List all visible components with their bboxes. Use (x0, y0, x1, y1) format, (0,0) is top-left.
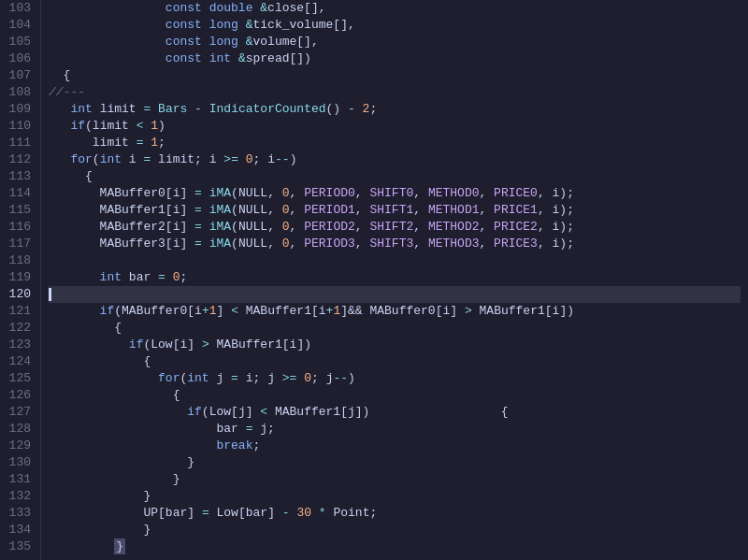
line-num-132: 132 (7, 488, 31, 505)
code-line-103: const double &close[], (49, 0, 741, 17)
code-line-106: const int &spread[]) (49, 50, 741, 67)
line-num-119: 119 (7, 269, 31, 286)
code-editor: 103 104 105 106 107 108 109 110 111 112 … (0, 0, 748, 560)
line-num-117: 117 (7, 236, 31, 252)
line-numbers: 103 104 105 106 107 108 109 110 111 112 … (0, 0, 41, 560)
code-line-115: MABuffer1[i] = iMA(NULL, 0, PERIOD1, SHI… (49, 202, 741, 219)
line-num-104: 104 (7, 17, 31, 34)
line-num-123: 123 (7, 337, 31, 353)
line-num-111: 111 (7, 135, 31, 151)
line-num-131: 131 (7, 471, 31, 488)
line-num-107: 107 (7, 67, 31, 84)
line-num-128: 128 (7, 421, 31, 438)
line-num-130: 130 (7, 454, 31, 471)
line-num-134: 134 (7, 522, 31, 538)
code-line-109: int limit = Bars - IndicatorCounted() - … (49, 101, 741, 118)
code-line-128: bar = j; (49, 421, 741, 438)
code-line-130: } (49, 454, 741, 471)
code-line-127: if(Low[j] < MABuffer1[j]) { (49, 404, 741, 421)
line-num-116: 116 (7, 219, 31, 236)
line-num-120: 120 (7, 286, 31, 303)
code-line-125: for(int j = i; j >= 0; j--) (49, 370, 741, 387)
code-line-111: limit = 1; (49, 135, 741, 151)
line-num-115: 115 (7, 202, 31, 219)
line-num-106: 106 (7, 50, 31, 67)
code-line-112: for(int i = limit; i >= 0; i--) (49, 151, 741, 168)
code-line-107: { (49, 67, 741, 84)
code-line-134: } (49, 522, 741, 538)
line-num-122: 122 (7, 320, 31, 337)
code-line-126: { (49, 387, 741, 404)
line-num-109: 109 (7, 101, 31, 118)
code-line-129: break; (49, 438, 741, 454)
line-num-108: 108 (7, 84, 31, 101)
code-line-110: if(limit < 1) (49, 118, 741, 135)
code-line-118 (49, 252, 741, 269)
line-num-126: 126 (7, 387, 31, 404)
line-num-135: 135 (7, 538, 31, 555)
line-num-110: 110 (7, 118, 31, 135)
code-line-124: { (49, 353, 741, 370)
line-num-121: 121 (7, 303, 31, 320)
line-num-124: 124 (7, 353, 31, 370)
code-line-108: //--- (49, 84, 741, 101)
line-num-105: 105 (7, 34, 31, 50)
line-num-113: 113 (7, 168, 31, 185)
line-num-133: 133 (7, 505, 31, 522)
line-num-114: 114 (7, 185, 31, 202)
code-line-132: } (49, 488, 741, 505)
code-line-122: { (49, 320, 741, 337)
code-line-117: MABuffer3[i] = iMA(NULL, 0, PERIOD3, SHI… (49, 236, 741, 252)
line-num-112: 112 (7, 151, 31, 168)
code-line-121: if(MABuffer0[i+1] < MABuffer1[i+1]&& MAB… (49, 303, 741, 320)
code-line-133: UP[bar] = Low[bar] - 30 * Point; (49, 505, 741, 522)
code-line-105: const long &volume[], (49, 34, 741, 50)
code-line-123: if(Low[i] > MABuffer1[i]) (49, 337, 741, 353)
line-num-125: 125 (7, 370, 31, 387)
code-line-120 (49, 286, 741, 303)
code-line-113: { (49, 168, 741, 185)
code-area[interactable]: const double &close[], const long &tick_… (41, 0, 748, 560)
line-num-129: 129 (7, 438, 31, 454)
code-line-116: MABuffer2[i] = iMA(NULL, 0, PERIOD2, SHI… (49, 219, 741, 236)
code-line-131: } (49, 471, 741, 488)
code-line-119: int bar = 0; (49, 269, 741, 286)
line-num-127: 127 (7, 404, 31, 421)
code-line-104: const long &tick_volume[], (49, 17, 741, 34)
code-line-114: MABuffer0[i] = iMA(NULL, 0, PERIOD0, SHI… (49, 185, 741, 202)
code-line-135: } (49, 538, 741, 555)
line-num-118: 118 (7, 252, 31, 269)
line-num-103: 103 (7, 0, 31, 17)
